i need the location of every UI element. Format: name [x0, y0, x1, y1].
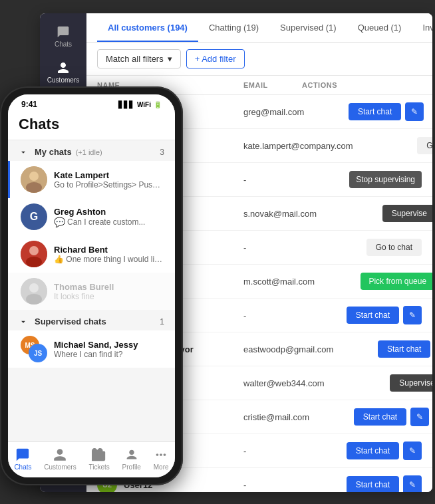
start-chat-button[interactable]: Start chat: [354, 408, 406, 426]
chat-item-kate[interactable]: Kate Lampert Go to Profile>Settings> Pus…: [8, 161, 175, 198]
actions-cell: Go to chat: [302, 239, 422, 256]
chat-info: Greg Ashton 💬 Can I create custom...: [54, 207, 164, 227]
actions-cell: Start chat ✎: [309, 408, 429, 426]
pick-from-queue-button[interactable]: Pick from queue: [361, 273, 432, 290]
chat-info: Kate Lampert Go to Profile>Settings> Pus…: [54, 170, 164, 189]
email-cell: -: [243, 175, 302, 185]
sidebar-item-chats[interactable]: Chats: [43, 20, 83, 53]
add-filter-button[interactable]: + Add filter: [186, 49, 245, 68]
my-chats-section-header: My chats (+1 idle) 3: [8, 140, 175, 161]
chat-avatar: [21, 278, 47, 305]
tab-all-customers[interactable]: All customers (194): [97, 13, 198, 42]
actions-cell: Stop supervising: [302, 171, 422, 188]
phone-nav: Chats Customers Tickets Profile More: [8, 441, 175, 477]
sidebar-item-customers[interactable]: Customers: [43, 56, 83, 89]
battery-icon: 🔋: [154, 101, 162, 108]
phone-header: Chats: [8, 112, 175, 140]
actions-cell: Start chat ✎: [302, 475, 422, 492]
filter-bar: Match all filters ▾ + Add filter: [86, 43, 432, 76]
tab-supervised[interactable]: Supervised (1): [269, 13, 347, 42]
actions-cell: Supervise: [325, 374, 432, 392]
nav-item-tickets[interactable]: Tickets: [88, 447, 109, 471]
chat-avatar: [21, 241, 47, 267]
sidebar-customers-label: Customers: [47, 76, 79, 84]
edit-button[interactable]: ✎: [410, 408, 429, 426]
svg-point-7: [29, 283, 39, 293]
email-cell: walter@web344.com: [243, 378, 325, 388]
chat-info: Richard Bent 👍 One more thing I would li…: [54, 245, 164, 264]
start-chat-button[interactable]: Start chat: [349, 103, 401, 120]
chat-info: Michael Sand, Jessy Where I can find it?: [54, 340, 164, 359]
chat-item-richard[interactable]: Richard Bent 👍 One more thing I would li…: [8, 235, 175, 273]
signal-icon: ▋▋▋: [118, 101, 134, 108]
edit-button[interactable]: ✎: [403, 306, 422, 324]
email-cell: -: [243, 446, 302, 456]
svg-point-4: [29, 246, 39, 255]
supervise-button[interactable]: Supervise: [390, 374, 432, 392]
email-cell: -: [243, 480, 302, 490]
start-chat-button[interactable]: Start chat: [347, 307, 399, 324]
email-cell: -: [243, 243, 302, 253]
email-cell: s.novak@mail.com: [243, 209, 317, 219]
chat-avatar: [21, 166, 47, 193]
chat-info: Thomas Burell It looks fine: [54, 282, 164, 301]
actions-cell: Pick from queue: [315, 273, 432, 290]
actions-cell: Start chat ✎: [333, 340, 432, 358]
status-bar: 9:41 ▋▋▋ WiFi 🔋: [8, 94, 175, 112]
phone-frame: 9:41 ▋▋▋ WiFi 🔋 Chats My chats (: [0, 86, 183, 485]
nav-item-profile[interactable]: Profile: [122, 447, 141, 471]
nav-item-customers[interactable]: Customers: [44, 447, 76, 471]
svg-point-2: [26, 182, 42, 193]
svg-point-9: [129, 450, 134, 455]
chat-avatar: G: [21, 203, 47, 230]
supervise-button[interactable]: Supervise: [382, 205, 432, 222]
chat-item-greg[interactable]: G Greg Ashton 💬 Can I create custom...: [8, 198, 175, 235]
nav-item-more[interactable]: More: [154, 447, 169, 471]
sidebar-chats-label: Chats: [55, 41, 72, 48]
start-chat-button[interactable]: Start chat: [378, 340, 430, 358]
svg-point-8: [26, 294, 42, 305]
stop-supervising-button[interactable]: Stop supervising: [349, 171, 422, 188]
status-time: 9:41: [21, 100, 37, 109]
phone-title: Chats: [19, 116, 164, 133]
match-all-filters-button[interactable]: Match all filters ▾: [97, 49, 181, 68]
actions-cell: Start chat ✎: [302, 306, 422, 324]
email-cell: m.scott@mail.com: [243, 277, 315, 287]
phone-overlay: 9:41 ▋▋▋ WiFi 🔋 Chats My chats (: [0, 86, 183, 485]
go-to-chat-button[interactable]: Go to chat: [417, 137, 432, 154]
nav-item-chats[interactable]: Chats: [14, 447, 31, 471]
email-cell: -: [243, 311, 302, 320]
email-cell: greg@mail.com: [243, 107, 304, 117]
actions-cell: Supervise: [317, 205, 432, 222]
tab-queued[interactable]: Queued (1): [347, 13, 412, 42]
actions-cell: Start chat ✎: [304, 102, 424, 121]
chat-item-thomas[interactable]: Thomas Burell It looks fine: [8, 273, 175, 310]
email-cell: kate.lampert@company.com: [243, 141, 353, 151]
phone-screen: 9:41 ▋▋▋ WiFi 🔋 Chats My chats (: [8, 94, 175, 477]
svg-point-5: [26, 257, 42, 267]
email-cell: cristie@mail.com: [243, 412, 309, 422]
double-avatar: MS JS: [21, 336, 47, 362]
chevron-down-icon: ▾: [168, 54, 172, 64]
start-chat-button[interactable]: Start chat: [347, 442, 399, 459]
tab-chatting[interactable]: Chatting (19): [198, 13, 269, 42]
actions-cell: Start chat ✎: [302, 441, 422, 460]
email-cell: eastwoodp@gmail.com: [243, 344, 333, 354]
actions-cell: Go to chat: [353, 137, 432, 154]
edit-button[interactable]: ✎: [403, 441, 422, 460]
start-chat-button[interactable]: Start chat: [347, 476, 399, 492]
svg-point-1: [29, 172, 39, 181]
status-icons: ▋▋▋ WiFi 🔋: [118, 101, 162, 108]
edit-button[interactable]: ✎: [403, 475, 422, 492]
tabs-bar: All customers (194) Chatting (19) Superv…: [86, 13, 432, 43]
supervised-chats-section-header: Supervised chats 1: [8, 310, 175, 330]
wifi-icon: WiFi: [137, 101, 151, 108]
chat-list[interactable]: My chats (+1 idle) 3 Kate Lampert Go to …: [8, 140, 175, 441]
chat-item-michael-jessy[interactable]: MS JS Michael Sand, Jessy Where I can fi…: [8, 330, 175, 368]
go-to-chat-button[interactable]: Go to chat: [366, 239, 422, 256]
edit-button[interactable]: ✎: [405, 102, 424, 121]
tab-invited[interactable]: Invi...: [412, 13, 432, 42]
